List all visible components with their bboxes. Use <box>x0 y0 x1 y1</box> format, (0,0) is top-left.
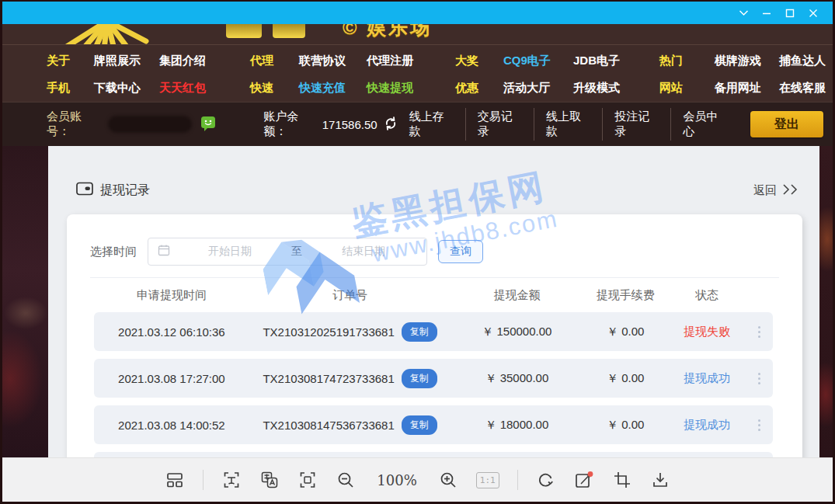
row-menu[interactable] <box>746 416 773 434</box>
nav-item[interactable]: 下载中心 <box>94 81 159 96</box>
double-chevron-right-icon <box>782 184 799 197</box>
table-row-clipped <box>94 452 773 457</box>
zoom-out-button[interactable] <box>336 470 356 490</box>
titlebar <box>2 2 833 24</box>
ocr-text-button[interactable] <box>221 470 242 490</box>
layout-icon <box>165 471 184 489</box>
fit-screen-button[interactable] <box>297 470 318 490</box>
chat-icon[interactable] <box>200 115 217 134</box>
nav-item[interactable]: 网站 <box>659 81 715 96</box>
nav-item[interactable]: 代理 <box>250 54 299 68</box>
copy-button[interactable]: 复制 <box>402 369 437 388</box>
translate-button[interactable] <box>259 470 280 490</box>
col-header-status: 状态 <box>668 288 746 303</box>
nav-item[interactable]: 活动大厅 <box>503 81 573 96</box>
nav-item[interactable]: 集团介绍 <box>159 54 250 68</box>
window-dropdown-button[interactable] <box>732 2 755 24</box>
row-fee: ￥ 0.00 <box>583 325 668 339</box>
logo-text: © 娱乐场 <box>343 24 432 40</box>
balance-value: 171586.50 <box>322 118 377 131</box>
nav-item[interactable]: 棋牌游戏 <box>715 54 779 68</box>
account-link[interactable]: 投注记录 <box>602 108 670 141</box>
member-account-label: 会员账号： <box>47 109 103 139</box>
logout-button[interactable]: 登出 <box>750 111 823 137</box>
row-order: TX210312025191733681 复制 <box>249 322 451 342</box>
nav-item[interactable]: 升级模式 <box>573 81 659 96</box>
window-minimize-button[interactable] <box>755 2 778 24</box>
nav-item[interactable]: 手机 <box>47 81 94 96</box>
actual-size-button[interactable]: 1:1 <box>476 472 499 488</box>
page-title: 提现记录 <box>100 182 150 199</box>
zoom-level[interactable]: 100% <box>374 472 419 488</box>
site-header: © 娱乐场 关于 牌照展示 集团介绍 代理 联营协议 代理注册 大奖 <box>2 24 833 102</box>
site-logo[interactable]: © 娱乐场 <box>2 24 833 45</box>
date-range-input[interactable]: 开始日期 至 结束日期 <box>148 238 427 266</box>
copy-button[interactable]: 复制 <box>402 322 437 342</box>
row-amount: ￥ 18000.00 <box>451 418 583 433</box>
nav-item[interactable]: CQ9电子 <box>503 54 573 68</box>
row-menu[interactable] <box>746 323 773 341</box>
logo-glyph-fragment <box>273 24 305 38</box>
nav-item[interactable]: 大奖 <box>455 54 503 68</box>
col-header-fee: 提现手续费 <box>583 288 668 303</box>
toolbar-separator <box>203 470 204 490</box>
minimize-icon <box>762 9 771 18</box>
table-body: 2021.03.12 06:10:36 TX210312025191733681… <box>67 312 802 457</box>
nav-item[interactable]: 在线客服 <box>779 81 826 96</box>
nav-item[interactable]: 快速 <box>250 81 299 96</box>
nav-item[interactable]: 快速充值 <box>299 81 367 96</box>
start-date-placeholder: 开始日期 <box>173 245 287 259</box>
wallet-icon <box>76 182 93 199</box>
copy-button[interactable]: 复制 <box>402 415 437 435</box>
order-number: TX210308174723733681 <box>263 372 394 385</box>
account-link[interactable]: 交易记录 <box>465 108 534 141</box>
nav-item[interactable]: 代理注册 <box>367 54 455 68</box>
col-header-order: 订单号 <box>249 288 451 303</box>
app-window: © 娱乐场 关于 牌照展示 集团介绍 代理 联营协议 代理注册 大奖 <box>0 0 835 504</box>
zoom-out-icon <box>336 471 355 489</box>
nav-item[interactable]: 关于 <box>47 54 94 68</box>
nav-item[interactable]: 联营协议 <box>299 54 367 68</box>
rotate-icon <box>537 471 555 489</box>
nav-item[interactable]: 热门 <box>659 54 715 68</box>
crop-button[interactable] <box>612 470 632 490</box>
calendar-icon <box>158 244 170 259</box>
row-order: TX210308147536733681 复制 <box>249 415 451 435</box>
download-button[interactable] <box>650 470 670 490</box>
account-link[interactable]: 线上取款 <box>534 108 602 141</box>
refresh-balance-icon[interactable] <box>384 116 398 133</box>
zoom-in-button[interactable] <box>438 470 458 490</box>
rotate-button[interactable] <box>536 470 556 490</box>
row-menu[interactable] <box>746 370 773 388</box>
page-title-group: 提现记录 <box>76 182 150 199</box>
row-time: 2021.03.12 06:10:36 <box>94 325 249 339</box>
viewer-toolbar: 100% 1:1 <box>2 457 833 502</box>
background-right-strip <box>819 146 833 457</box>
nav-item[interactable]: JDB电子 <box>573 54 659 68</box>
nav-item[interactable]: 捕鱼达人 <box>779 54 826 68</box>
crop-icon <box>613 471 631 489</box>
edit-button[interactable] <box>574 470 594 490</box>
window-maximize-button[interactable] <box>778 2 802 24</box>
main-area: 提现记录 返回 选择时间 <box>2 146 833 457</box>
row-amount: ￥ 150000.00 <box>451 325 583 339</box>
back-button[interactable]: 返回 <box>753 183 799 198</box>
edit-icon <box>574 471 594 489</box>
logo-glyph-fragment <box>226 24 262 38</box>
window-close-button[interactable] <box>802 2 825 24</box>
toolbar-separator <box>517 470 518 490</box>
nav-row-2: 手机 下载中心 天天红包 快速 快速充值 快速提现 优惠 活动大厅 升级模式 <box>2 75 833 102</box>
nav-item[interactable]: 天天红包 <box>159 81 250 96</box>
sunburst-logo-icon <box>57 24 158 45</box>
nav-item[interactable]: 优惠 <box>455 81 503 96</box>
nav-item[interactable]: 牌照展示 <box>94 54 159 68</box>
kebab-menu-icon <box>755 416 764 434</box>
account-link[interactable]: 线上存款 <box>398 108 465 141</box>
thumbnail-layout-button[interactable] <box>165 470 185 490</box>
nav-item[interactable]: 快速提现 <box>367 81 455 96</box>
ocr-icon <box>222 471 241 489</box>
account-link[interactable]: 会员中心 <box>670 108 739 141</box>
search-button[interactable]: 查询 <box>438 240 483 263</box>
withdraw-panel: 提现记录 返回 选择时间 <box>48 146 819 457</box>
nav-item[interactable]: 备用网址 <box>715 81 779 96</box>
